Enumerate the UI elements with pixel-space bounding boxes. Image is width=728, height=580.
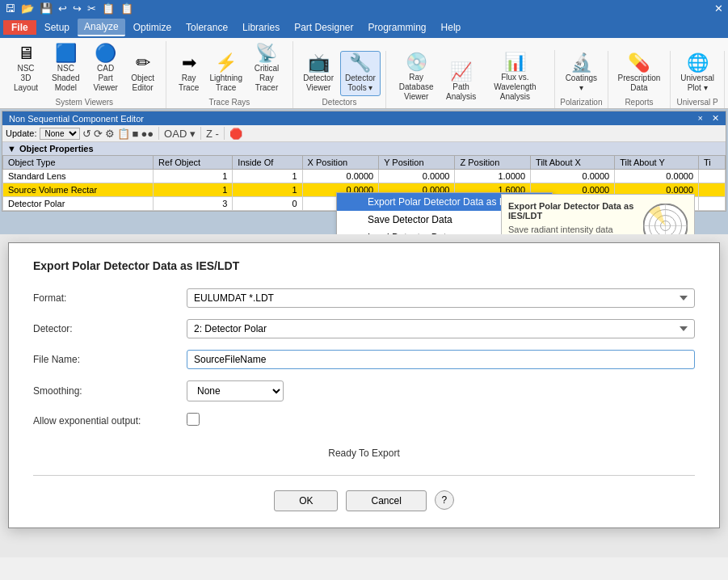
qat-icon-4[interactable]: ↩: [57, 2, 69, 15]
qat-icon-6[interactable]: ✂: [86, 2, 98, 15]
cad-part-viewer-button[interactable]: 🔵 CAD PartViewer: [88, 41, 124, 96]
detectors-label: Detectors: [322, 98, 357, 107]
col-header-ref-object: Ref Object: [154, 156, 233, 170]
dialog-status: Ready To Export: [33, 439, 695, 467]
coatings-button[interactable]: 🔬 Coatings▾: [561, 51, 602, 96]
tolerance-menu[interactable]: Tolerance: [179, 19, 234, 36]
allow-exp-control: [187, 413, 695, 428]
table-row: Standard Lens 1 1 0.0000 0.0000 1.0000 0…: [3, 170, 726, 183]
flux-wavelength-button[interactable]: 📊 Flux vs.Wavelength Analysis: [481, 50, 550, 105]
cad-part-viewer-icon: 🔵: [95, 44, 116, 62]
col-header-z-position: Z Position: [455, 156, 531, 170]
dropdown-icon[interactable]: OAD ▾: [164, 128, 196, 140]
copy-icon[interactable]: 📋: [117, 128, 130, 140]
detector-viewer-button[interactable]: 📺 DetectorViewer: [298, 51, 339, 96]
update-select[interactable]: None: [40, 128, 80, 140]
analyze-menu[interactable]: Analyze: [78, 19, 125, 36]
ok-button[interactable]: OK: [274, 490, 338, 511]
universal-plot-icon: 🌐: [687, 54, 709, 72]
nsc-3d-layout-icon: 🖥: [17, 44, 35, 62]
col-header-ti: Ti: [699, 156, 726, 170]
file-menu[interactable]: File: [3, 20, 36, 35]
reports-label: Reports: [625, 98, 653, 107]
smoothing-control: None Low Medium High: [187, 380, 695, 401]
format-select[interactable]: EULUMDAT *.LDT IESNA *.IES: [187, 288, 695, 308]
toolbar-sep2: [200, 127, 201, 140]
format-row: Format: EULUMDAT *.LDT IESNA *.IES: [33, 288, 695, 308]
menu-bar: File Setup Analyze Optimize Tolerance Li…: [0, 17, 728, 38]
path-analysis-button[interactable]: 📈 PathAnalysis: [444, 60, 479, 105]
optimize-menu[interactable]: Optimize: [127, 19, 178, 36]
format-control: EULUMDAT *.LDT IESNA *.IES: [187, 288, 695, 308]
prescription-data-icon: 💊: [628, 54, 650, 72]
programming-menu[interactable]: Programming: [362, 19, 433, 36]
smoothing-select[interactable]: None Low Medium High: [187, 380, 284, 401]
ray-trace-icon: ➡: [182, 54, 196, 72]
ray-trace-button[interactable]: ➡ RayTrace: [171, 51, 207, 96]
nsc-3d-layout-button[interactable]: 🖥 NSC 3DLayout: [8, 41, 44, 96]
cancel-button[interactable]: Cancel: [346, 490, 426, 511]
stop-icon[interactable]: 🛑: [229, 128, 242, 140]
settings-icon[interactable]: ⚙: [105, 128, 115, 140]
help-menu[interactable]: Help: [435, 19, 468, 36]
allow-exp-row: Allow exponential output:: [33, 413, 695, 428]
setup-menu[interactable]: Setup: [38, 19, 76, 36]
dialog-section: Export Polar Detector Data as IES/LDT Fo…: [0, 234, 728, 557]
universal-plot-button[interactable]: 🌐 UniversalPlot ▾: [675, 51, 719, 96]
toolbar-icon-5[interactable]: ■: [133, 128, 139, 140]
critical-ray-tracer-icon: 📡: [255, 44, 277, 62]
col-header-tilt-x: Tilt About X: [531, 156, 615, 170]
ray-database-viewer-icon: 💿: [406, 53, 427, 71]
dialog-separator: [33, 475, 695, 476]
obj-props-header[interactable]: ▼ Object Properties: [2, 142, 726, 155]
help-button[interactable]: ?: [435, 490, 454, 510]
system-explorer-label: ×: [698, 113, 703, 123]
toolbar-icon-6[interactable]: ●●: [141, 128, 154, 140]
qat-icon-2[interactable]: 📂: [19, 2, 36, 15]
ray-database-viewer-button[interactable]: 💿 Ray DatabaseViewer: [391, 50, 442, 105]
qat-icon-1[interactable]: 🖫: [3, 2, 17, 15]
coatings-icon: 🔬: [570, 54, 592, 72]
part-designer-menu[interactable]: Part Designer: [288, 19, 360, 36]
allow-exp-checkbox[interactable]: [187, 413, 200, 426]
toolbar-sep3: [224, 127, 225, 140]
ribbon-group-universal: 🌐 UniversalPlot ▾ Universal P: [671, 51, 725, 108]
ribbon-group-system-viewers: 🖥 NSC 3DLayout 🟦 NSC ShadedModel 🔵 CAD P…: [3, 41, 166, 108]
libraries-menu[interactable]: Libraries: [236, 19, 286, 36]
z-icon[interactable]: Z -: [206, 128, 219, 140]
toolbar-sep: [158, 127, 159, 140]
reload-icon[interactable]: ↺: [82, 128, 91, 140]
obj-props-collapse-icon: ▼: [7, 144, 16, 153]
qat-icon-7[interactable]: 📋: [100, 2, 116, 15]
detector-select[interactable]: 2: Detector Polar: [187, 319, 695, 338]
path-analysis-icon: 📈: [450, 63, 472, 81]
polarization-label: Polarization: [560, 98, 602, 107]
qat-icon-8[interactable]: 📋: [119, 2, 135, 15]
object-editor-button[interactable]: ✏ ObjectEditor: [125, 51, 161, 96]
filename-label: File Name:: [33, 354, 179, 365]
nsc-close-btn[interactable]: ✕: [712, 113, 719, 123]
detector-control: 2: Detector Polar: [187, 319, 695, 338]
ribbon-group-reports: 💊 PrescriptionData Reports: [608, 51, 671, 108]
dialog-title: Export Polar Detector Data as IES/LDT: [33, 259, 695, 272]
refresh-icon[interactable]: ⟳: [94, 128, 103, 140]
quick-access-toolbar: 🖫 📂 💾 ↩ ↪ ✂ 📋 📋 ✕: [0, 0, 728, 17]
obj-props-label: Object Properties: [19, 144, 94, 153]
trace-rays-label: Trace Rays: [209, 98, 250, 107]
qat-icon-3[interactable]: 💾: [38, 2, 54, 15]
filename-input[interactable]: [187, 350, 695, 369]
nsc-shaded-model-button[interactable]: 🟦 NSC ShadedModel: [45, 41, 86, 96]
detector-tools-button[interactable]: 🔧 DetectorTools ▾: [340, 51, 381, 96]
object-editor-icon: ✏: [136, 54, 150, 72]
universal-label: Universal P: [677, 98, 718, 107]
tooltip-title: Export Polar Detector Data as IES/LDT: [508, 201, 637, 221]
ribbon-group-trace-rays: ➡ RayTrace ⚡ LightningTrace 📡 Critical R…: [166, 41, 294, 108]
lightning-trace-button[interactable]: ⚡ LightningTrace: [208, 51, 244, 96]
qat-icon-9[interactable]: ✕: [713, 2, 725, 15]
nsc-editor-toolbar: Update: None ↺ ⟳ ⚙ 📋 ■ ●● OAD ▾ Z - 🛑: [2, 125, 726, 142]
qat-icon-5[interactable]: ↪: [71, 2, 83, 15]
critical-ray-tracer-button[interactable]: 📡 Critical RayTracer: [246, 41, 288, 96]
format-label: Format:: [33, 292, 179, 304]
prescription-data-button[interactable]: 💊 PrescriptionData: [613, 51, 666, 96]
system-viewers-label: System Viewers: [56, 98, 114, 107]
